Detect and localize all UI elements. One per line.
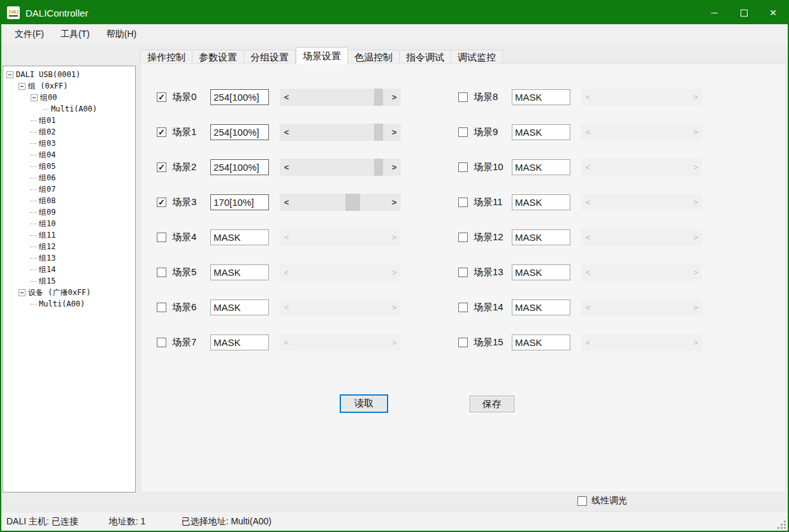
tree-node[interactable]: 组13 [3,252,135,264]
scene-checkbox[interactable] [157,303,166,312]
scene-checkbox[interactable] [458,162,468,172]
scrollbar-right-arrow-icon[interactable]: > [690,264,701,281]
tree-node[interactable]: Multi(A00) [3,298,135,310]
tree-node-label[interactable]: 组09 [39,207,55,218]
scene-value-input[interactable] [512,229,570,245]
menu-file[interactable]: 文件(F) [6,25,52,43]
scene-checkbox[interactable] [458,338,468,347]
scrollbar-left-arrow-icon[interactable]: < [281,334,292,351]
tree-node-label[interactable]: 组06 [39,173,55,183]
scene-level-scrollbar[interactable]: < > [581,229,702,246]
tree-node[interactable]: 组05 [3,161,135,172]
scrollbar-right-arrow-icon[interactable]: > [389,334,400,351]
scene-value-input[interactable] [512,264,570,280]
tree-node[interactable]: 组09 [3,206,135,218]
tree-node-label[interactable]: 组08 [39,196,55,206]
tree-node[interactable]: 组06 [3,172,135,183]
scene-checkbox[interactable]: ✓ [157,92,166,102]
tree-node-label[interactable]: 组07 [39,184,55,195]
tree-node-label[interactable]: 组05 [39,161,55,172]
tab-5[interactable]: 指令调试 [400,50,451,64]
tree-node-label[interactable]: Multi(A00) [39,299,85,308]
maximize-button[interactable] [729,1,758,24]
scene-checkbox[interactable] [157,233,166,242]
scrollbar-left-arrow-icon[interactable]: < [583,334,593,351]
scene-level-scrollbar[interactable]: < > [581,299,702,316]
scrollbar-right-arrow-icon[interactable]: > [690,334,701,351]
scene-level-scrollbar[interactable]: < > [280,89,401,106]
tree-node-label[interactable]: 组15 [39,276,55,287]
scene-checkbox[interactable] [157,338,166,347]
tree-node-label[interactable]: 组11 [39,230,55,241]
scene-checkbox[interactable] [458,233,468,242]
scene-checkbox[interactable]: ✓ [157,127,166,137]
tree-node-label[interactable]: Multi(A00) [51,104,97,113]
tree-node[interactable]: 组03 [3,138,135,149]
tree-node-label[interactable]: 设备 (广播0xFF) [28,287,91,298]
scrollbar-right-arrow-icon[interactable]: > [690,229,701,246]
scrollbar-left-arrow-icon[interactable]: < [583,194,593,211]
scrollbar-left-arrow-icon[interactable]: < [281,299,292,316]
scrollbar-left-arrow-icon[interactable]: < [583,159,593,176]
tree-node[interactable]: 组 (0xFF) [3,80,135,92]
tab-0[interactable]: 操作控制 [140,50,192,64]
scrollbar-left-arrow-icon[interactable]: < [583,264,593,281]
tab-1[interactable]: 参数设置 [192,50,244,64]
minimize-button[interactable]: ─ [700,1,729,24]
scene-value-input[interactable] [512,159,570,175]
scene-checkbox[interactable] [157,268,166,277]
scrollbar-left-arrow-icon[interactable]: < [583,124,593,141]
scene-checkbox[interactable] [458,127,468,137]
scrollbar-right-arrow-icon[interactable]: > [389,124,400,141]
scene-checkbox[interactable]: ✓ [157,162,166,172]
tree-node[interactable]: 组15 [3,275,135,287]
scene-checkbox[interactable] [458,268,468,277]
tree-node[interactable]: 组04 [3,149,135,161]
scrollbar-left-arrow-icon[interactable]: < [583,229,593,246]
scrollbar-thumb[interactable] [374,89,383,106]
tab-4[interactable]: 色温控制 [348,50,400,64]
scene-value-input[interactable] [210,194,269,210]
scrollbar-left-arrow-icon[interactable]: < [281,159,292,176]
scrollbar-left-arrow-icon[interactable]: < [281,89,292,106]
menu-help[interactable]: 帮助(H) [98,25,145,43]
scene-level-scrollbar[interactable]: < > [280,124,401,141]
scene-level-scrollbar[interactable]: < > [280,229,401,246]
tree-node-label[interactable]: 组03 [39,138,55,149]
tree-node[interactable]: 组00 [3,92,135,103]
scene-value-input[interactable] [210,229,269,245]
scene-value-input[interactable] [210,299,269,315]
tree-node-label[interactable]: 组00 [40,92,57,103]
tree-node[interactable]: 组02 [3,126,135,138]
scene-value-input[interactable] [210,264,269,280]
tree-expander-icon[interactable] [18,83,25,90]
scrollbar-thumb[interactable] [345,194,360,211]
scene-checkbox[interactable] [458,303,468,312]
tree-node-label[interactable]: DALI USB(0001) [16,70,80,79]
tree-node[interactable]: 组07 [3,183,135,195]
scrollbar-right-arrow-icon[interactable]: > [389,194,400,211]
scrollbar-left-arrow-icon[interactable]: < [583,89,593,106]
scene-value-input[interactable] [512,334,570,350]
tree-node[interactable]: 组14 [3,264,135,275]
scrollbar-right-arrow-icon[interactable]: > [389,264,400,281]
scene-value-input[interactable] [210,89,269,105]
scrollbar-right-arrow-icon[interactable]: > [690,124,701,141]
scene-value-input[interactable] [210,334,269,350]
close-button[interactable]: ✕ [758,1,788,24]
tree-node[interactable]: 设备 (广播0xFF) [3,287,135,298]
scene-value-input[interactable] [512,124,570,140]
scrollbar-right-arrow-icon[interactable]: > [690,159,701,176]
scrollbar-right-arrow-icon[interactable]: > [389,299,400,316]
scrollbar-left-arrow-icon[interactable]: < [281,264,292,281]
save-button[interactable]: 保存 [470,396,514,412]
tree-expander-icon[interactable] [18,289,25,296]
scene-value-input[interactable] [512,89,570,105]
scene-value-input[interactable] [512,299,570,315]
tree-node-label[interactable]: 组01 [39,115,55,126]
tab-2[interactable]: 分组设置 [244,50,296,64]
scrollbar-left-arrow-icon[interactable]: < [281,229,292,246]
tab-3[interactable]: 场景设置 [296,47,348,64]
tree-node[interactable]: Multi(A00) [3,103,135,115]
scrollbar-right-arrow-icon[interactable]: > [389,229,400,246]
